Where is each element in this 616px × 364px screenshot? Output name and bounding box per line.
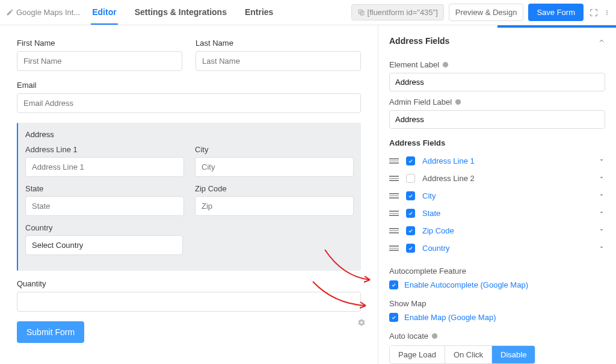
state-label: State [25, 184, 184, 193]
svg-point-5 [443, 62, 448, 67]
first-name-label: First Name [17, 39, 182, 48]
autocomplete-label: Enable Autocomplete (Google Map) [404, 280, 528, 289]
copy-icon [357, 8, 365, 16]
city-label: City [195, 145, 354, 154]
admin-label-input[interactable] [389, 110, 605, 129]
submit-button[interactable]: Submit Form [17, 321, 84, 343]
checkbox-icon[interactable] [406, 226, 415, 235]
autolocate-on-click[interactable]: On Click [445, 346, 492, 363]
checkbox-icon[interactable] [406, 174, 415, 183]
svg-point-6 [455, 99, 461, 105]
checkbox-icon[interactable] [406, 191, 415, 200]
sidebar-section-header[interactable]: Address Fields [378, 28, 616, 52]
drag-handle-icon[interactable] [389, 211, 399, 216]
country-select[interactable]: Select Country [25, 235, 183, 255]
caret-down-icon[interactable] [598, 226, 605, 235]
showmap-title: Show Map [389, 299, 605, 308]
address-field-label: Zip Code [422, 226, 591, 235]
address-field-list: Address Line 1Address Line 2CityStateZip… [389, 152, 605, 257]
caret-down-icon[interactable] [598, 174, 605, 183]
save-button[interactable]: Save Form [528, 4, 584, 21]
tab-settings[interactable]: Settings & Integrations [134, 1, 228, 25]
email-input[interactable] [17, 93, 361, 113]
address-field-label: State [422, 209, 591, 218]
showmap-option[interactable]: Enable Map (Google Map) [389, 313, 605, 322]
drag-handle-icon[interactable] [389, 193, 399, 199]
autolocate-title: Auto locate [389, 332, 605, 341]
element-label-label: Element Label [389, 60, 605, 69]
checkbox-icon[interactable] [406, 244, 415, 253]
address-field-row[interactable]: City [389, 187, 605, 205]
caret-down-icon[interactable] [598, 244, 605, 253]
city-input[interactable] [195, 157, 354, 177]
checkbox-icon[interactable] [389, 280, 398, 289]
addr-line1-input[interactable] [25, 157, 184, 177]
element-label-input[interactable] [389, 73, 605, 91]
address-field-row[interactable]: Zip Code [389, 222, 605, 239]
form-canvas: First Name Last Name Email Address Addre… [0, 25, 378, 364]
autocomplete-option[interactable]: Enable Autocomplete (Google Map) [389, 280, 605, 289]
country-label: Country [25, 223, 183, 232]
address-block[interactable]: Address Address Line 1 City State Zip Co… [17, 123, 361, 271]
sidebar-tab-indicator [378, 25, 616, 28]
email-label: Email [17, 81, 361, 90]
preview-button[interactable]: Preview & Design [449, 4, 524, 21]
zip-input[interactable] [195, 196, 354, 216]
fullscreen-icon[interactable] [588, 8, 599, 17]
autolocate-button-group: Page Load On Click Disable [389, 345, 535, 364]
zip-label: Zip Code [195, 184, 354, 193]
pencil-icon [6, 8, 14, 16]
checkbox-icon[interactable] [406, 156, 415, 165]
admin-label-label: Admin Field Label [389, 97, 605, 106]
svg-point-3 [606, 12, 608, 13]
shortcode-text: [fluentform id="435"] [368, 8, 438, 17]
tab-entries[interactable]: Entries [244, 1, 274, 25]
svg-point-7 [432, 333, 437, 339]
top-bar: Google Maps Int... Editor Settings & Int… [0, 0, 616, 25]
quantity-input[interactable] [17, 292, 361, 312]
drag-handle-icon[interactable] [389, 245, 399, 251]
svg-point-2 [606, 10, 608, 11]
drag-handle-icon[interactable] [389, 228, 399, 233]
top-tabs: Editor Settings & Integrations Entries [91, 1, 274, 25]
address-field-row[interactable]: Country [389, 239, 605, 257]
addr-line1-label: Address Line 1 [25, 145, 184, 154]
address-field-label: Address Line 1 [422, 156, 591, 165]
address-field-row[interactable]: State [389, 205, 605, 222]
address-fields-subhead: Address Fields [389, 138, 605, 147]
last-name-label: Last Name [196, 39, 361, 48]
breadcrumb[interactable]: Google Maps Int... [6, 8, 80, 17]
breadcrumb-text: Google Maps Int... [16, 8, 80, 17]
info-icon [442, 61, 449, 68]
info-icon [455, 99, 461, 105]
state-input[interactable] [25, 196, 184, 216]
more-menu-icon[interactable] [604, 8, 610, 17]
address-field-row[interactable]: Address Line 2 [389, 170, 605, 187]
quantity-label: Quantity [17, 279, 361, 288]
main-area: First Name Last Name Email Address Addre… [0, 25, 616, 364]
gear-icon[interactable] [357, 318, 366, 329]
tab-editor[interactable]: Editor [91, 1, 117, 25]
first-name-input[interactable] [17, 51, 182, 71]
autolocate-disable[interactable]: Disable [492, 346, 535, 363]
caret-down-icon[interactable] [598, 209, 605, 218]
drag-handle-icon[interactable] [389, 158, 399, 164]
info-icon [431, 333, 438, 339]
showmap-label: Enable Map (Google Map) [404, 313, 496, 322]
checkbox-icon[interactable] [406, 209, 415, 218]
address-field-row[interactable]: Address Line 1 [389, 152, 605, 170]
chevron-up-icon [598, 37, 605, 45]
autocomplete-title: Autocomplete Feature [389, 267, 605, 276]
settings-sidebar: Address Fields Element Label Admin Field… [378, 25, 616, 364]
drag-handle-icon[interactable] [389, 176, 399, 181]
address-field-label: Address Line 2 [422, 174, 591, 183]
address-title: Address [25, 130, 354, 139]
shortcode-chip[interactable]: [fluentform id="435"] [351, 4, 444, 20]
last-name-input[interactable] [196, 51, 361, 71]
address-field-label: City [422, 191, 591, 200]
checkbox-icon[interactable] [389, 313, 398, 322]
autolocate-page-load[interactable]: Page Load [390, 346, 445, 363]
caret-down-icon[interactable] [598, 156, 605, 165]
caret-down-icon[interactable] [598, 191, 605, 200]
address-field-label: Country [422, 244, 591, 253]
